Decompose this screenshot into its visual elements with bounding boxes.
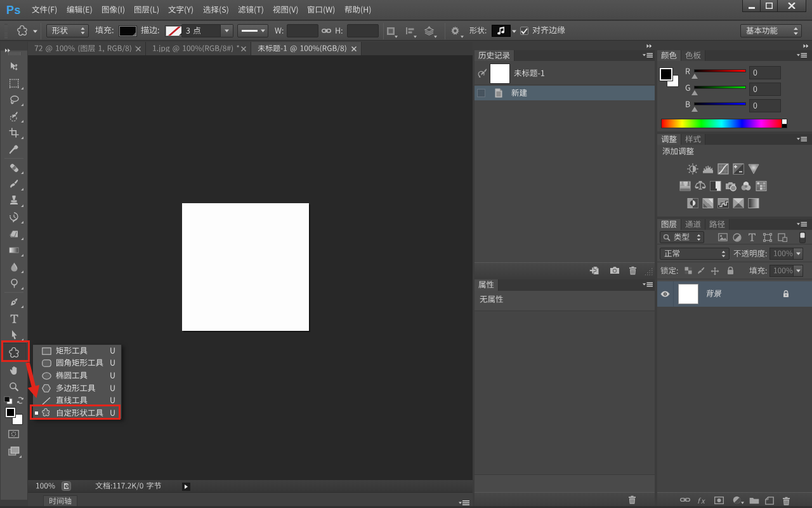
color-spectrum-ramp[interactable] xyxy=(661,119,782,128)
new-adjustment-layer-button[interactable] xyxy=(733,496,741,504)
tab-history[interactable] xyxy=(475,50,514,61)
current-tool-icon[interactable] xyxy=(17,25,28,36)
flyout-item-polygon[interactable] xyxy=(33,382,121,395)
filter-type-icon[interactable] xyxy=(748,233,756,241)
type-tool[interactable] xyxy=(1,310,27,326)
channel-value-B[interactable] xyxy=(749,99,781,112)
adjustment-channel-mixer[interactable] xyxy=(740,180,752,192)
tab-close-icon[interactable] xyxy=(351,46,358,51)
document-tab-3[interactable] xyxy=(251,42,362,55)
adjustments-panel-menu-icon[interactable] xyxy=(797,137,807,142)
close-button[interactable] xyxy=(778,0,806,12)
zoom-level[interactable] xyxy=(36,483,55,490)
brush-tool[interactable] xyxy=(1,176,27,192)
stroke-width-dropdown-button[interactable] xyxy=(221,24,233,37)
dodge-tool[interactable] xyxy=(1,275,27,291)
adjustment-black-white[interactable] xyxy=(710,180,721,192)
layer-thumbnail[interactable] xyxy=(678,284,698,304)
align-edges-checkbox[interactable] xyxy=(520,27,528,35)
tab-close-icon[interactable] xyxy=(136,46,142,51)
toolbar-collapse[interactable] xyxy=(1,42,27,51)
lock-paint-icon[interactable] xyxy=(696,267,705,276)
adjustment-exposure[interactable] xyxy=(733,163,744,175)
stroke-width-select[interactable] xyxy=(181,24,233,37)
new-snapshot-button[interactable] xyxy=(610,266,620,274)
minimize-button[interactable] xyxy=(742,0,761,12)
stroke-width-value-well[interactable] xyxy=(181,24,221,37)
stroke-color-swatch[interactable] xyxy=(166,26,183,36)
adjustment-invert[interactable] xyxy=(687,197,698,209)
adjustment-curves[interactable] xyxy=(717,163,729,175)
slider-thumb-G[interactable] xyxy=(691,90,698,95)
slider-track-G[interactable] xyxy=(694,86,746,89)
properties-delete-button[interactable] xyxy=(628,495,636,504)
opacity-dropdown-button[interactable] xyxy=(793,248,803,260)
marquee-tool[interactable] xyxy=(1,75,27,91)
tab-color[interactable] xyxy=(657,50,681,61)
adjustment-levels[interactable] xyxy=(702,163,714,175)
blend-mode-select[interactable] xyxy=(660,248,730,260)
color-panel-menu-icon[interactable] xyxy=(797,53,807,58)
adjustment-gradient-map[interactable] xyxy=(733,197,744,209)
add-layer-mask-button[interactable] xyxy=(714,497,724,504)
document-tab-1[interactable] xyxy=(28,42,146,55)
lock-transparent-icon[interactable] xyxy=(684,267,692,274)
layers-panel-menu-icon[interactable] xyxy=(797,222,807,227)
menu-type[interactable] xyxy=(168,0,193,20)
panel-resize-grip[interactable] xyxy=(644,268,653,276)
history-brush-source-icon[interactable] xyxy=(478,69,488,78)
slider-thumb-B[interactable] xyxy=(691,107,698,112)
document-size-info[interactable] xyxy=(95,483,162,490)
channel-value-R[interactable] xyxy=(749,66,781,79)
layer-filter-toggle[interactable] xyxy=(799,232,806,243)
adjustment-threshold[interactable] xyxy=(717,197,729,209)
tab-styles[interactable] xyxy=(681,134,705,145)
document-tab-2[interactable] xyxy=(146,42,251,55)
eraser-tool[interactable] xyxy=(1,225,27,242)
shape-preview-dropdown-icon[interactable] xyxy=(512,30,516,33)
tool-mode-select[interactable] xyxy=(46,24,89,37)
delete-state-button[interactable] xyxy=(629,266,637,275)
tab-layers[interactable] xyxy=(657,219,681,230)
geometry-options-gear-icon[interactable] xyxy=(450,26,460,36)
blur-tool[interactable] xyxy=(1,258,27,275)
menu-edit[interactable] xyxy=(67,0,93,20)
path-arrange-button[interactable] xyxy=(424,26,435,36)
healing-brush-tool[interactable] xyxy=(1,159,27,176)
adjustment-selective-color[interactable] xyxy=(748,197,759,209)
history-entry-row-selected[interactable] xyxy=(475,86,655,100)
channel-value-G[interactable] xyxy=(749,83,781,96)
menu-window[interactable] xyxy=(307,0,335,20)
gradient-tool[interactable] xyxy=(1,242,27,258)
layer-style-button[interactable] xyxy=(696,497,706,505)
layer-visibility-eye-icon[interactable] xyxy=(657,281,674,307)
tab-channels[interactable] xyxy=(681,219,705,230)
foreground-color-swatch[interactable] xyxy=(6,408,15,417)
history-panel-menu-icon[interactable] xyxy=(643,53,653,58)
menu-select[interactable] xyxy=(203,0,229,20)
eyedropper-tool[interactable] xyxy=(1,141,27,157)
menu-file[interactable] xyxy=(32,0,57,20)
filter-shape-icon[interactable] xyxy=(763,233,772,242)
filter-image-icon[interactable] xyxy=(718,233,728,241)
menu-view[interactable] xyxy=(273,0,299,20)
layer-row-background[interactable] xyxy=(657,281,812,307)
adjustment-photo-filter[interactable] xyxy=(725,180,737,192)
delete-layer-button[interactable] xyxy=(782,497,790,505)
width-input[interactable] xyxy=(287,24,318,37)
shape-preview-swatch[interactable] xyxy=(492,25,511,37)
slider-thumb-R[interactable] xyxy=(691,74,698,79)
height-input[interactable] xyxy=(347,24,379,37)
layer-filter-kind-select[interactable] xyxy=(660,231,704,243)
tab-paths[interactable] xyxy=(705,219,730,230)
adjustment-vibrance[interactable] xyxy=(748,163,759,175)
toolbar-grip[interactable] xyxy=(8,52,20,55)
flyout-item-rect[interactable] xyxy=(33,345,121,358)
lasso-tool[interactable] xyxy=(1,91,27,108)
history-snapshot-row[interactable] xyxy=(475,62,655,85)
flyout-item-rounded-rect[interactable] xyxy=(33,358,121,370)
screen-mode-button[interactable] xyxy=(8,446,20,456)
tab-adjustments[interactable] xyxy=(657,134,681,145)
menu-filter[interactable] xyxy=(238,0,264,20)
fill-value-combo[interactable] xyxy=(769,265,803,277)
